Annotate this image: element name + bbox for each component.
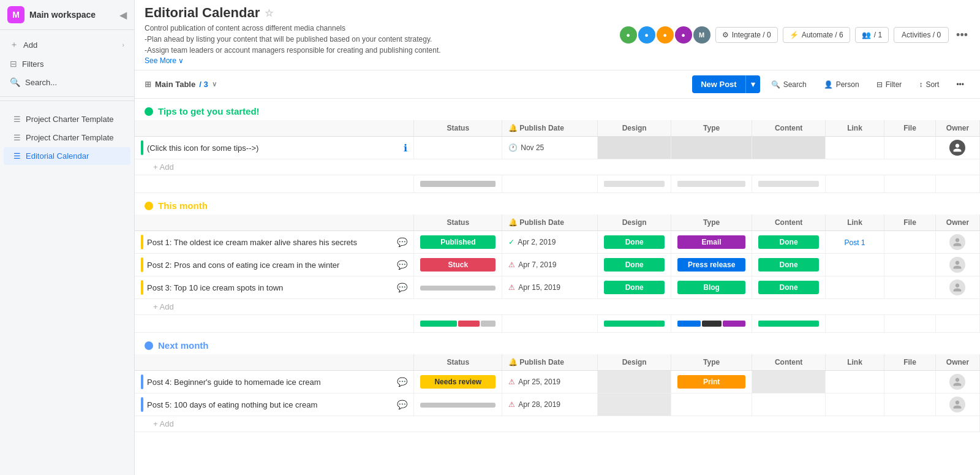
workspace-logo: M <box>7 6 24 23</box>
status-cell[interactable] <box>414 137 502 159</box>
comment-icon[interactable]: 💬 <box>397 260 407 270</box>
design-badge[interactable]: Done <box>604 281 665 294</box>
automate-button[interactable]: ⚡ Automate / 6 <box>783 27 850 43</box>
topbar-right: ● ● ● ● M ⚙ Integrate / 0 ⚡ Automate / 6… <box>620 26 970 44</box>
sidebar-nav: ☰ Project Charter Template ☰ Project Cha… <box>0 105 134 475</box>
design-cell <box>598 371 671 393</box>
publish-date-cell: ✓ Apr 2, 2019 <box>502 231 598 254</box>
integrate-button[interactable]: ⚙ Integrate / 0 <box>715 27 778 43</box>
search-toolbar-button[interactable]: 🔍 Search <box>765 77 813 92</box>
sort-toolbar-button[interactable]: ↕ Sort <box>913 77 945 92</box>
content-cell[interactable]: Done <box>752 231 826 254</box>
group-bar-yellow <box>141 280 143 295</box>
summary-row <box>135 175 980 193</box>
filter-toolbar-button[interactable]: ⊟ Filter <box>870 77 908 92</box>
design-badge[interactable]: Done <box>604 235 665 249</box>
add-cell[interactable]: + Add <box>135 159 980 175</box>
sidebar-collapse-button[interactable]: ◀ <box>119 9 127 21</box>
add-label: Add <box>23 40 37 50</box>
design-cell[interactable]: Done <box>598 254 671 276</box>
item-cell: Post 3: Top 10 ice cream spots in town 💬 <box>135 276 414 299</box>
comment-icon[interactable]: 💬 <box>397 237 407 247</box>
status-badge[interactable]: Needs review <box>420 375 496 389</box>
new-post-main[interactable]: New Post <box>692 75 745 93</box>
status-badge[interactable] <box>420 403 496 408</box>
star-icon[interactable]: ☆ <box>265 7 273 19</box>
status-badge[interactable] <box>420 286 496 291</box>
person-toolbar-button[interactable]: 👤 Person <box>818 77 865 92</box>
sidebar-filters-button[interactable]: ⊟ Filters <box>0 55 134 73</box>
topbar-title-area: Editorial Calendar ☆ Control publication… <box>145 5 612 65</box>
type-cell[interactable]: Press release <box>671 254 752 276</box>
table-icon-1: ☰ <box>13 115 21 124</box>
link-value[interactable]: Post 1 <box>845 238 865 247</box>
design-cell <box>598 393 671 416</box>
th-item-3 <box>135 354 414 371</box>
th-publish-date-3: 🔔 Publish Date <box>502 354 598 371</box>
status-cell[interactable] <box>414 393 502 416</box>
sidebar-item-editorial-calendar[interactable]: ☰ Editorial Calendar <box>4 147 130 165</box>
sidebar-item-project-charter-2[interactable]: ☰ Project Charter Template <box>4 129 130 146</box>
new-post-dropdown-icon[interactable]: ▾ <box>745 75 760 93</box>
content-badge[interactable]: Done <box>758 281 819 294</box>
sidebar-add-button[interactable]: ＋ Add › <box>0 35 134 55</box>
add-row[interactable]: + Add <box>135 416 980 432</box>
th-publish-date: 🔔 Publish Date <box>502 120 598 137</box>
more-toolbar-button[interactable]: ••• <box>950 77 970 92</box>
type-badge[interactable]: Blog <box>677 281 745 294</box>
warning-icon: ⚠ <box>508 283 515 292</box>
status-badge[interactable]: Published <box>420 235 496 249</box>
file-cell <box>884 276 936 299</box>
person-icon: 👤 <box>824 80 833 89</box>
design-cell[interactable]: Done <box>598 276 671 299</box>
new-post-button[interactable]: New Post ▾ <box>692 75 760 93</box>
plus-icon: ＋ <box>10 39 18 50</box>
link-cell[interactable]: Post 1 <box>826 231 884 254</box>
design-badge[interactable]: Done <box>604 258 665 272</box>
content-badge[interactable]: Done <box>758 235 819 249</box>
page-title-text: Editorial Calendar <box>145 5 260 21</box>
comment-icon[interactable]: 💬 <box>397 377 407 387</box>
add-row[interactable]: + Add <box>135 159 980 175</box>
activities-button[interactable]: Activities / 0 <box>894 27 949 43</box>
sidebar: M Main workspace ◀ ＋ Add › ⊟ Filters 🔍 S… <box>0 0 135 475</box>
owner-avatar-empty <box>949 374 965 390</box>
status-cell[interactable] <box>414 276 502 299</box>
comment-icon[interactable]: 💬 <box>397 400 407 409</box>
content-badge[interactable]: Done <box>758 258 819 272</box>
status-cell[interactable]: Needs review <box>414 371 502 393</box>
add-cell[interactable]: + Add <box>135 299 980 315</box>
item-cell: Post 2: Pros and cons of eating ice crea… <box>135 254 414 276</box>
sort-toolbar-label: Sort <box>925 80 939 89</box>
sidebar-search-button[interactable]: 🔍 Search... <box>0 73 134 91</box>
th-publish-date-2: 🔔 Publish Date <box>502 215 598 231</box>
type-badge[interactable]: Press release <box>677 258 745 272</box>
avatar-4: ● <box>675 26 692 44</box>
comment-icon[interactable]: 💬 <box>397 283 407 292</box>
type-cell[interactable]: Blog <box>671 276 752 299</box>
status-badge[interactable]: Stuck <box>420 258 496 272</box>
filter-icon: ⊟ <box>10 59 17 69</box>
add-cell[interactable]: + Add <box>135 416 980 432</box>
publish-date-cell: ⚠ Apr 28, 2019 <box>502 393 598 416</box>
type-cell[interactable]: Print <box>671 371 752 393</box>
content-cell[interactable]: Done <box>752 276 826 299</box>
warning-icon: ⚠ <box>508 260 515 269</box>
type-badge[interactable]: Print <box>677 375 745 389</box>
content-cell[interactable]: Done <box>752 254 826 276</box>
type-cell[interactable]: Email <box>671 231 752 254</box>
status-cell[interactable]: Published <box>414 231 502 254</box>
group-next-month: Next month Status 🔔 Publish Date Design … <box>135 333 980 432</box>
add-row[interactable]: + Add <box>135 299 980 315</box>
members-button[interactable]: 👥 / 1 <box>855 27 889 43</box>
sidebar-item-project-charter-1[interactable]: ☰ Project Charter Template <box>4 110 130 128</box>
table-name-selector[interactable]: ⊞ Main Table / 3 ∨ <box>145 80 217 89</box>
type-badge[interactable]: Email <box>677 235 745 249</box>
status-cell[interactable]: Stuck <box>414 254 502 276</box>
th-owner: Owner <box>935 120 979 137</box>
integrate-label: Integrate / 0 <box>732 31 771 39</box>
see-more-link[interactable]: See More ∨ <box>145 56 184 65</box>
design-cell[interactable]: Done <box>598 231 671 254</box>
more-options-icon[interactable]: ••• <box>954 26 970 44</box>
file-cell <box>884 137 936 159</box>
